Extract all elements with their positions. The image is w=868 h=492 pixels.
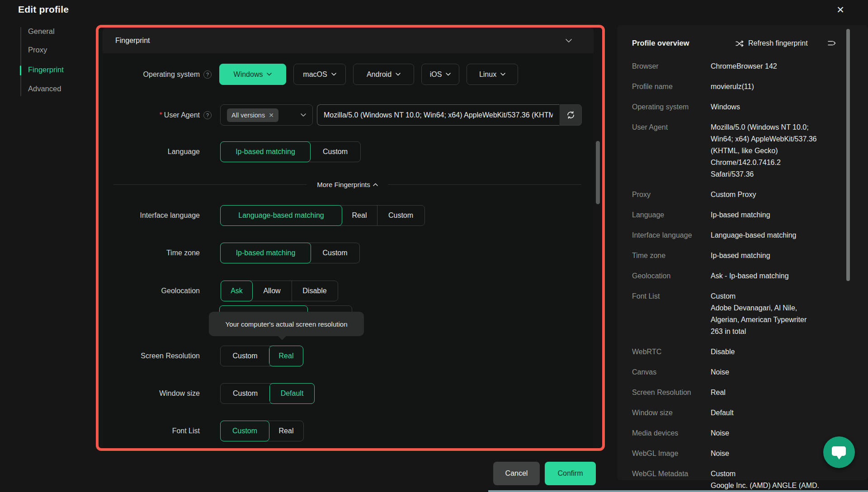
interface-language-option-custom[interactable]: Custom [377,206,425,225]
sidebar-active-indicator [20,66,21,75]
chat-icon [830,444,848,460]
confirm-button[interactable]: Confirm [545,462,596,485]
geolocation-option-disable[interactable]: Disable [292,281,338,301]
time-zone-option-ip-based[interactable]: Ip-based matching [220,243,311,263]
overview-row-label: Profile name [632,81,711,93]
close-icon[interactable]: ✕ [834,4,847,16]
operating-system-label: Operating system [104,64,200,85]
overview-row: WebGL Metadata Custom Google Inc. (AMD) … [632,468,848,492]
profile-overview-rows: Browser ChromeBrowser 142 Profile name m… [632,61,848,492]
overview-row: Browser ChromeBrowser 142 [632,61,848,72]
window-size-option-default[interactable]: Default [269,383,315,404]
os-option-macos[interactable]: macOS [293,64,346,85]
cancel-button[interactable]: Cancel [493,462,540,485]
ua-version-select[interactable]: All versions ✕ [220,104,313,126]
chevron-down-icon [331,73,336,76]
ua-refresh-button[interactable] [559,104,582,126]
time-zone-option-custom[interactable]: Custom [311,243,359,263]
overview-row-value: Ip-based matching [711,209,848,221]
edit-profile-dialog: Edit profile ✕ General Proxy Fingerprint… [0,0,868,492]
os-option-label: Windows [234,70,263,79]
overview-row: Media devices Noise [632,427,848,439]
divider [388,184,581,185]
chevron-down-icon [396,73,401,76]
ua-version-tag[interactable]: All versions ✕ [227,108,278,122]
geolocation-option-ask[interactable]: Ask [221,281,253,301]
geolocation-segment: Ask Allow Disable [221,281,338,301]
overview-row-value: Ip-based matching [711,250,848,262]
overview-row-label: WebGL Metadata [632,468,711,492]
sidebar-item-proxy[interactable]: Proxy [28,46,47,54]
refresh-fingerprint-button[interactable]: Refresh fingerprint [736,39,808,47]
window-size-option-custom[interactable]: Custom [221,384,270,403]
screen-resolution-option-real[interactable]: Real [269,346,303,366]
overview-scrollbar[interactable] [846,29,850,281]
screen-resolution-label: Screen Resolution [104,346,200,366]
ua-version-tag-label: All versions [231,112,265,119]
interface-language-option-real[interactable]: Real [342,206,377,225]
overview-row-value: Default [711,407,848,419]
fingerprint-section-header[interactable]: Fingerprint [103,28,594,53]
overview-row-label: Browser [632,61,711,72]
remove-tag-icon[interactable]: ✕ [269,112,274,119]
overview-row: Time zone Ip-based matching [632,250,848,262]
fingerprint-section-title: Fingerprint [115,37,150,45]
main-panel-scrollbar[interactable] [596,141,600,204]
shuffle-icon [736,40,744,47]
font-list-option-real[interactable]: Real [269,421,303,441]
os-option-ios[interactable]: iOS [421,64,459,85]
overview-row: Window size Default [632,407,848,419]
overview-row-label: Proxy [632,189,711,201]
overview-row-label: Operating system [632,101,711,113]
help-icon[interactable]: ? [203,111,212,119]
overview-row: WebGL Image Noise [632,448,848,459]
sidebar-item-advanced[interactable]: Advanced [28,84,61,93]
sidebar-item-general[interactable]: General [28,27,55,36]
os-option-windows[interactable]: Windows [219,64,286,85]
overview-row-label: Geolocation [632,270,711,282]
background-window-edge [488,490,868,492]
overview-row: Language Ip-based matching [632,209,848,221]
font-list-segment: Custom Real [220,421,304,441]
more-fingerprints-toggle[interactable]: More Fingerprints [113,179,581,190]
os-option-linux[interactable]: Linux [467,64,518,85]
sidebar-item-fingerprint[interactable]: Fingerprint [28,66,64,74]
geolocation-option-allow[interactable]: Allow [252,281,292,301]
support-chat-button[interactable] [823,436,855,468]
overview-row-value: Disable [711,346,848,358]
refresh-icon [566,110,576,120]
font-list-option-custom[interactable]: Custom [220,421,269,441]
overview-row-value: Noise [711,427,848,439]
user-agent-label: *User Agent [104,104,200,126]
interface-language-option-language-based[interactable]: Language-based matching [220,205,342,226]
language-option-ip-based[interactable]: Ip-based matching [220,141,311,162]
window-size-label: Window size [104,383,200,404]
overview-row-value: Custom Google Inc. (AMD) ANGLE (AMD. [711,468,848,492]
overview-row: Geolocation Ask - Ip-based matching [632,270,848,282]
overview-row-label: WebRTC [632,346,711,358]
overview-row: Interface language Language-based matchi… [632,230,848,241]
os-option-android[interactable]: Android [353,64,414,85]
os-option-label: Linux [479,70,496,79]
help-icon[interactable]: ? [203,70,212,79]
language-label: Language [104,141,200,162]
chevron-down-icon[interactable] [566,39,572,42]
overview-row: Profile name movierulz(11) [632,81,848,93]
overview-row-label: Canvas [632,366,711,378]
overview-row-value: ChromeBrowser 142 [711,61,848,72]
language-option-custom[interactable]: Custom [310,142,360,162]
chevron-down-icon [267,73,272,76]
required-asterisk: * [160,111,162,119]
overview-row: Operating system Windows [632,101,848,113]
user-agent-input[interactable] [317,104,559,126]
overview-row: WebRTC Disable [632,346,848,358]
time-zone-label: Time zone [104,243,200,263]
collapse-panel-icon[interactable] [827,40,836,47]
chevron-up-icon [373,183,378,186]
overview-row-value: Custom Proxy [711,189,848,201]
overview-row-label: Font List [632,291,711,337]
overview-row-label: Time zone [632,250,711,262]
sidebar-divider [20,27,21,96]
screen-resolution-option-custom[interactable]: Custom [221,346,269,366]
chevron-down-icon [500,73,505,76]
